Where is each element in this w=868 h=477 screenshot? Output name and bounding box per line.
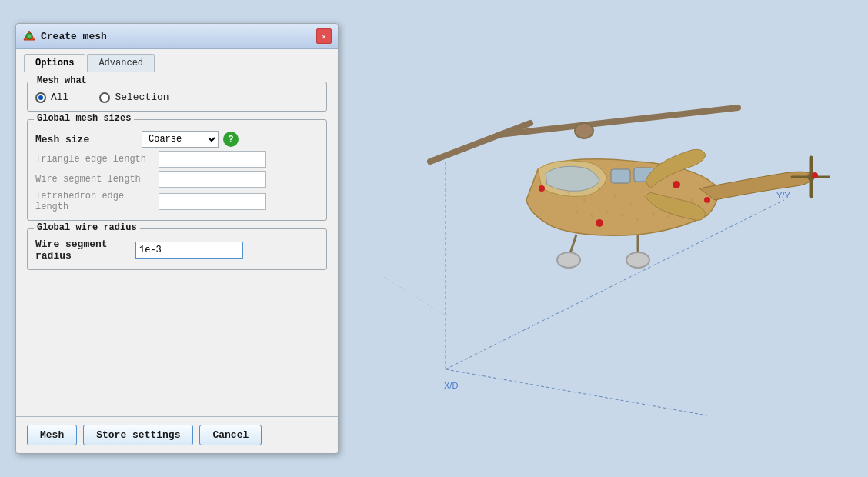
svg-point-34: [575, 210, 578, 213]
cancel-button[interactable]: Cancel: [199, 425, 262, 445]
title-bar: Create mesh ✕: [16, 24, 338, 49]
radio-row: All Selection: [35, 92, 319, 103]
global-mesh-sizes-group: Global mesh sizes Mesh size Fine Normal …: [27, 119, 327, 221]
svg-point-28: [629, 202, 632, 205]
triangle-edge-row: Triangle edge length: [35, 151, 319, 168]
tab-options[interactable]: Options: [24, 54, 85, 72]
tetrahedron-edge-label: Tetrahedron edge length: [35, 191, 159, 212]
svg-point-35: [590, 214, 593, 217]
svg-point-16: [626, 252, 649, 268]
svg-point-21: [704, 197, 710, 203]
triangle-edge-input[interactable]: [159, 151, 266, 168]
wire-segment-label: Wire segment length: [35, 174, 159, 185]
mesh-size-row: Mesh size Fine Normal Coarse Custom ?: [35, 131, 319, 148]
tetrahedron-edge-row: Tetrahedron edge length: [35, 191, 319, 212]
mesh-button[interactable]: Mesh: [27, 425, 77, 445]
tabs-row: Options Advanced: [16, 49, 338, 72]
wire-segment-input[interactable]: [159, 171, 266, 188]
app-icon: [22, 29, 36, 43]
svg-rect-17: [611, 169, 630, 183]
mesh-size-field-label: Mesh size: [35, 134, 135, 145]
radio-selection[interactable]: Selection: [99, 92, 169, 103]
radio-selection-label: Selection: [115, 92, 169, 103]
store-settings-button[interactable]: Store settings: [83, 425, 193, 445]
mesh-what-group: Mesh what All Selection: [27, 82, 327, 112]
svg-point-27: [613, 195, 616, 198]
svg-point-25: [583, 198, 586, 202]
triangle-edge-label: Triangle edge length: [35, 154, 159, 165]
mesh-what-label: Mesh what: [34, 75, 90, 86]
svg-point-2: [28, 35, 31, 38]
global-mesh-sizes-label: Global mesh sizes: [34, 113, 134, 124]
create-mesh-dialog: Create mesh ✕ Options Advanced Mesh what…: [15, 23, 339, 454]
3d-viewport: X/D Y/Y: [346, 8, 868, 469]
svg-point-32: [690, 198, 693, 202]
dialog-footer: Mesh Store settings Cancel: [16, 416, 338, 453]
svg-point-37: [621, 214, 624, 217]
svg-point-36: [606, 210, 609, 213]
radio-all[interactable]: All: [35, 92, 68, 103]
mesh-size-select[interactable]: Fine Normal Coarse Custom: [142, 131, 219, 148]
radio-selection-circle[interactable]: [99, 92, 110, 103]
tab-advanced[interactable]: Advanced: [87, 54, 155, 72]
svg-point-22: [812, 172, 818, 178]
helicopter-svg: X/D Y/Y: [384, 46, 830, 431]
global-wire-radius-label: Global wire radius: [34, 222, 140, 233]
svg-point-23: [539, 185, 545, 192]
svg-point-15: [557, 252, 580, 268]
global-wire-radius-group: Global wire radius Wire segment radius: [27, 228, 327, 270]
svg-point-19: [673, 181, 680, 188]
svg-point-20: [596, 219, 603, 227]
svg-point-40: [667, 215, 670, 218]
svg-point-24: [567, 191, 570, 194]
helicopter-scene: X/D Y/Y: [384, 46, 830, 431]
wire-segment-radius-label: Wire segment radius: [35, 239, 135, 262]
dialog-body: Mesh what All Selection Global mesh size…: [16, 72, 338, 416]
svg-rect-3: [384, 46, 830, 431]
svg-point-26: [598, 187, 601, 190]
dialog-title: Create mesh: [41, 31, 107, 42]
svg-text:X/D: X/D: [444, 381, 458, 390]
close-button[interactable]: ✕: [316, 28, 332, 44]
mesh-size-select-wrapper: Fine Normal Coarse Custom ?: [142, 131, 239, 148]
svg-point-38: [636, 218, 639, 221]
radio-all-circle[interactable]: [35, 92, 46, 103]
wire-radius-row: Wire segment radius: [35, 239, 319, 262]
wire-segment-radius-input[interactable]: [135, 242, 243, 259]
svg-point-33: [706, 202, 709, 205]
svg-point-9: [575, 123, 593, 138]
wire-segment-row: Wire segment length: [35, 171, 319, 188]
svg-point-39: [652, 212, 655, 215]
help-button[interactable]: ?: [223, 132, 239, 147]
svg-text:Y/Y: Y/Y: [776, 191, 790, 200]
tetrahedron-edge-input[interactable]: [159, 193, 266, 210]
title-bar-left: Create mesh: [22, 29, 107, 43]
radio-all-label: All: [51, 92, 68, 103]
